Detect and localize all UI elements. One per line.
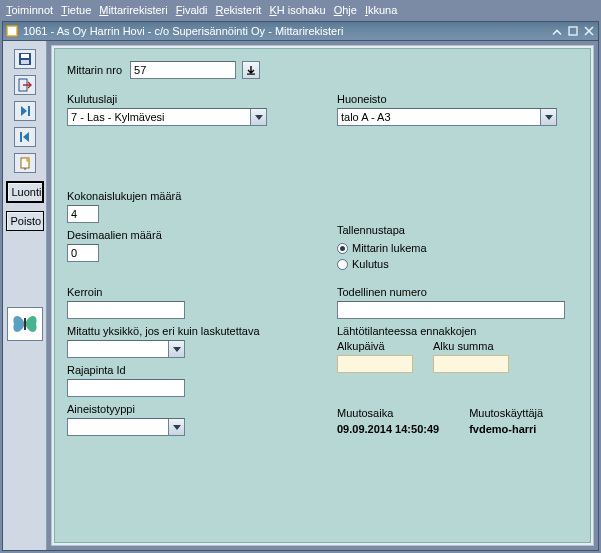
desimaalien-label: Desimaalien määrä [67, 229, 277, 241]
alkusumma-input[interactable] [433, 355, 509, 373]
desimaalien-input[interactable] [67, 244, 99, 262]
radio-mittarin-lukema[interactable]: Mittarin lukema [337, 242, 578, 254]
menu-tietue[interactable]: Tietue [61, 4, 91, 16]
muutoskayttaja-value: fvdemo-harri [469, 423, 543, 435]
svg-rect-5 [21, 60, 29, 64]
chevron-down-icon[interactable] [250, 109, 266, 125]
alkusumma-label: Alku summa [433, 340, 509, 352]
close-button[interactable] [582, 24, 596, 38]
chevron-down-icon[interactable] [168, 341, 184, 357]
muutosaika-value: 09.09.2014 14:50:49 [337, 423, 439, 435]
huoneisto-label: Huoneisto [337, 93, 578, 105]
menu-fivaldi[interactable]: Fivaldi [176, 4, 208, 16]
mittarin-nro-input[interactable] [130, 61, 236, 79]
rajapinta-id-input[interactable] [67, 379, 185, 397]
tallennustapa-label: Tallennustapa [337, 224, 578, 236]
menu-toiminnot[interactable]: Toiminnot [6, 4, 53, 16]
save-icon[interactable] [14, 49, 36, 69]
next-record-icon[interactable] [14, 101, 36, 121]
svg-rect-4 [21, 54, 29, 58]
sidebar: Luonti Poisto [3, 41, 47, 550]
poisto-button[interactable]: Poisto [6, 211, 44, 231]
menu-rekisterit[interactable]: Rekisterit [216, 4, 262, 16]
mitattu-yksikko-label: Mitattu yksikkö, jos eri kuin laskutetta… [67, 325, 277, 337]
muutosaika-label: Muutosaika [337, 407, 439, 419]
prev-record-icon[interactable] [14, 127, 36, 147]
huoneisto-combo[interactable] [337, 108, 557, 126]
svg-rect-8 [20, 132, 22, 142]
mittarin-nro-lookup-button[interactable] [242, 61, 260, 79]
kokonaislukujen-label: Kokonaislukujen määrä [67, 190, 277, 202]
radio-kulutus[interactable]: Kulutus [337, 258, 578, 270]
rajapinta-id-label: Rajapinta Id [67, 364, 277, 376]
titlebar: 1061 - As Oy Harrin Hovi - c/o Superisän… [3, 22, 598, 41]
form-panel: Mittarin nro Kulutuslaji [54, 48, 591, 543]
mittarin-nro-label: Mittarin nro [67, 64, 122, 76]
todellinen-numero-input[interactable] [337, 301, 565, 319]
alkupaiva-label: Alkupäivä [337, 340, 413, 352]
tool-icon[interactable] [14, 153, 36, 173]
minimize-button[interactable] [550, 24, 564, 38]
muutoskayttaja-label: Muutoskäyttäjä [469, 407, 543, 419]
app-icon [5, 24, 19, 38]
menubar[interactable]: Toiminnot Tietue Mittarirekisteri Fivald… [0, 0, 601, 20]
kulutuslaji-combo[interactable] [67, 108, 267, 126]
menu-mittarirekisteri[interactable]: Mittarirekisteri [99, 4, 167, 16]
butterfly-logo [7, 307, 43, 341]
menu-kh-isohaku[interactable]: KH isohaku [269, 4, 325, 16]
svg-point-10 [26, 158, 30, 162]
alkupaiva-input[interactable] [337, 355, 413, 373]
kerroin-label: Kerroin [67, 286, 277, 298]
menu-ikkuna[interactable]: Ikkuna [365, 4, 397, 16]
menu-ohje[interactable]: Ohje [334, 4, 357, 16]
main-area: Mittarin nro Kulutuslaji [51, 45, 594, 546]
lahtotilanne-label: Lähtötilanteessa ennakkojen [337, 325, 578, 337]
svg-rect-1 [8, 27, 16, 35]
exit-icon[interactable] [14, 75, 36, 95]
luonti-button[interactable]: Luonti [6, 181, 44, 203]
svg-rect-12 [247, 74, 255, 75]
svg-rect-7 [28, 106, 30, 116]
window-title: 1061 - As Oy Harrin Hovi - c/o Superisän… [23, 25, 343, 37]
chevron-down-icon[interactable] [540, 109, 556, 125]
todellinen-numero-label: Todellinen numero [337, 286, 578, 298]
aineistotyyppi-label: Aineistotyyppi [67, 403, 277, 415]
svg-rect-11 [24, 318, 26, 330]
maximize-button[interactable] [566, 24, 580, 38]
kerroin-input[interactable] [67, 301, 185, 319]
radio-icon [337, 243, 348, 254]
chevron-down-icon[interactable] [168, 419, 184, 435]
radio-icon [337, 259, 348, 270]
kulutuslaji-label: Kulutuslaji [67, 93, 277, 105]
kokonaislukujen-input[interactable] [67, 205, 99, 223]
svg-rect-2 [569, 27, 577, 35]
